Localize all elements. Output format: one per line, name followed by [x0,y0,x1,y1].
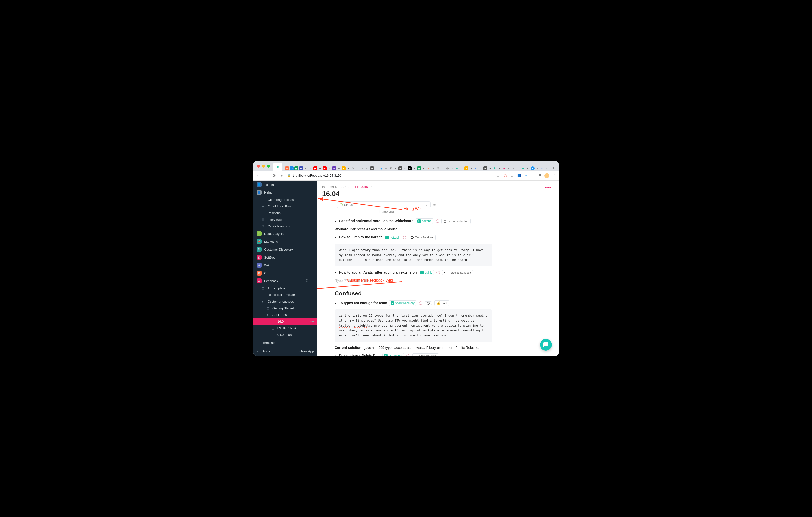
browser-tab[interactable]: T [450,166,454,171]
sidebar-app-hiring[interactable]: 👤 Hiring [253,189,317,196]
sidebar-item-getting-started[interactable]: ◫Getting Started [253,305,317,312]
browser-tab[interactable]: M [337,166,341,171]
customer-pill[interactable]: Lux-unicorn [382,353,404,355]
state-pill[interactable]: Account Setup [412,353,439,355]
sidebar-app-crm[interactable]: ⊞Crm [253,269,317,277]
browser-tab[interactable]: Y [464,166,469,171]
browser-tab[interactable]: E [460,166,464,171]
ext-icon[interactable]: 🟦 [517,173,521,178]
browser-tab[interactable]: M [370,166,374,171]
browser-tab[interactable]: ▲ [474,166,478,171]
browser-tab[interactable]: T [431,166,435,171]
intercom-chat-button[interactable] [540,339,552,351]
browser-tab[interactable]: 22 [289,166,294,171]
browser-tab[interactable]: E [507,166,511,171]
sidebar-item-april-2020[interactable]: ▾April 2020 [253,312,317,318]
browser-tab[interactable]: M [483,166,487,171]
browser-tab[interactable]: ✎ [351,166,355,171]
browser-tab[interactable]: ▦ [294,166,298,171]
browser-tab[interactable]: ✱ [455,166,459,171]
browser-tab[interactable]: V [526,166,530,171]
forward-button[interactable]: → [264,173,269,178]
browser-tab[interactable]: R [309,166,313,171]
more-icon[interactable]: ••• [311,320,314,323]
browser-tab[interactable]: A [285,166,289,171]
document-title[interactable]: 16.04 [322,190,549,198]
browser-tab[interactable]: L [516,166,520,171]
browser-tab[interactable]: E [374,166,379,171]
browser-tab[interactable]: ▶ [322,166,327,171]
sidebar-app-marketing[interactable]: 📣Marketing [253,237,317,246]
sidebar-app-data-analysis[interactable]: ♡Data Analysis [253,230,317,237]
sidebar-item-1604[interactable]: ◫ 16.04 ••• [253,318,317,325]
ext-icon[interactable]: ◯ [503,173,508,178]
browser-tab[interactable]: F [497,166,501,171]
browser-tab[interactable]: ◆ [379,166,383,171]
browser-tab[interactable]: ✎ [360,166,365,171]
customer-pill[interactable]: Lnottapl [384,235,400,240]
browser-tab[interactable]: F [422,166,426,171]
browser-tab[interactable]: M [407,166,412,171]
browser-tab[interactable]: ▦ [417,166,421,171]
sidebar-item-0904-1604[interactable]: ◫09.04 - 16.04 [253,325,317,332]
customer-pill[interactable]: Lsparktrajectory [389,300,416,306]
breadcrumb-app[interactable]: FEEDBACK [352,185,368,189]
browser-tab[interactable]: H [318,166,322,171]
sidebar-app-feedback[interactable]: ஃ Feedback ⚙＋ [253,277,317,285]
new-app-button[interactable]: + New App [298,349,314,353]
add-icon[interactable]: ＋ [311,279,314,283]
code-block[interactable]: When I open Story than add Task — there … [335,244,492,266]
favorite-star-button[interactable]: ☆ [370,185,374,189]
browser-tab[interactable]: A [346,166,350,171]
browser-tab[interactable]: Ⓒ [436,166,440,171]
ext-icon[interactable]: ☱ [538,173,542,178]
browser-tab[interactable]: ⟳ [502,166,506,171]
browser-tab[interactable]: C [356,166,360,171]
browser-tab[interactable]: 2 [394,166,398,171]
browser-tab[interactable]: ⑂ [512,166,516,171]
code-block[interactable]: is the limit on 15 types for the first t… [335,309,492,342]
ext-icon[interactable]: | [531,173,535,178]
browser-tab[interactable]: ⓦ [445,166,450,171]
browser-tab[interactable]: C [441,166,445,171]
address-bar[interactable]: 🔒 the.fibery.io/Feedback/16.04-3120 [287,174,493,177]
browser-tab[interactable]: Y [342,166,346,171]
sidebar-app-tutorials[interactable]: 📘 Tutorials [253,181,317,189]
state-pill[interactable]: Personal Sandbox [442,270,473,275]
reload-button[interactable]: ⟳ [271,173,277,178]
browser-tab[interactable]: ⑂ [427,166,431,171]
sidebar-app-wiki[interactable]: WWiki [253,261,317,269]
browser-tab[interactable]: N [384,166,388,171]
filter-icon[interactable]: ≢ [433,203,436,207]
customer-pill[interactable]: L traitdna [415,218,433,224]
sidebar-item-customer-success[interactable]: ▾Customer success [253,298,317,305]
sidebar-templates[interactable]: ⊞ Templates [253,338,317,347]
sidebar-item-demo-call-template[interactable]: ◫Demo call template [253,291,317,298]
document-more-button[interactable]: ••• [545,185,551,190]
browser-tab[interactable]: ≡ [540,166,544,171]
bookmark-star-button[interactable]: ☆ [495,173,501,178]
browser-tab[interactable]: ⊕ [304,166,308,171]
home-button[interactable]: ⌂ [279,173,285,178]
browser-tab[interactable]: L [545,166,549,171]
browser-menu-button[interactable]: ⋮ [552,173,556,178]
browser-tab[interactable]: ▶ [313,166,317,171]
state-pill[interactable] [425,301,432,305]
browser-tab[interactable]: C [365,166,369,171]
browser-tab[interactable]: 'N [327,166,331,171]
slash-command-hint[interactable]: Type `/` to insert a block [335,279,492,283]
back-button[interactable]: ← [256,173,261,178]
browser-tab[interactable]: SC [332,166,336,171]
new-tab-button[interactable]: + [550,166,557,171]
browser-tab[interactable]: M [398,166,402,171]
sidebar-item-candidates-flow-chart[interactable]: 〽Candidates flow [253,223,317,230]
customer-pill[interactable]: Lagillic [418,270,434,275]
status-select[interactable]: Status ⌄ [337,201,431,208]
state-pill[interactable]: Team Production [441,219,470,224]
profile-avatar-icon[interactable] [545,173,549,178]
sidebar-item-candidates-flow[interactable]: ⫾⫾Candidates Flow [253,203,317,210]
sidebar-item-our-hiring-process[interactable]: ◫Our hiring process [253,196,317,203]
browser-tab[interactable]: N [412,166,416,171]
browser-tab[interactable]: ⊞ [299,166,303,171]
ext-icon[interactable]: ✏ [524,173,528,178]
